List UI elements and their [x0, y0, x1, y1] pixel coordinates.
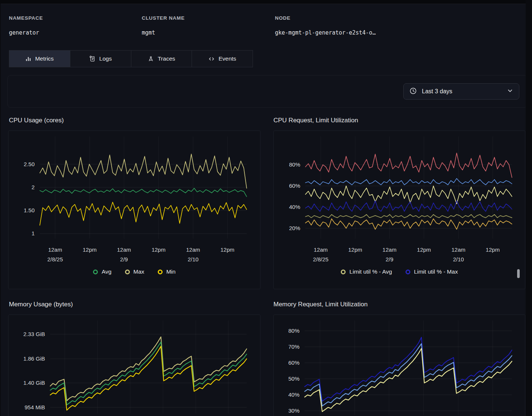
tab-traces[interactable]: Traces	[131, 51, 192, 67]
legend-item[interactable]: Avg	[93, 268, 111, 275]
svg-text:12am: 12am	[117, 246, 131, 253]
traces-icon	[148, 56, 154, 62]
svg-text:1.40 GiB: 1.40 GiB	[23, 380, 45, 386]
svg-text:12am: 12am	[48, 246, 62, 253]
svg-text:2.50: 2.50	[24, 161, 35, 167]
svg-text:12am: 12am	[186, 246, 200, 253]
svg-text:60%: 60%	[288, 359, 299, 366]
svg-text:12pm: 12pm	[486, 246, 500, 253]
legend-item[interactable]: Limit util % - Max	[406, 268, 458, 275]
namespace-value: generator	[9, 29, 39, 36]
legend-ring-icon	[93, 270, 98, 274]
svg-text:1.50: 1.50	[24, 207, 35, 213]
memory-request-title: Memory Request, Limit Utilization	[273, 301, 368, 308]
legend-ring-icon	[158, 270, 163, 274]
svg-text:2/8/25: 2/8/25	[47, 256, 63, 262]
tab-label: Events	[218, 55, 236, 62]
svg-text:50%: 50%	[288, 375, 299, 382]
svg-text:2.33 GiB: 2.33 GiB	[23, 331, 45, 337]
svg-text:12am: 12am	[451, 246, 465, 253]
legend-label: Avg	[102, 268, 111, 275]
right-gutter	[526, 0, 532, 416]
svg-text:2/8/25: 2/8/25	[313, 256, 329, 262]
svg-text:12am: 12am	[382, 246, 397, 253]
chart-canvas[interactable]: 20%40%60%80%12am2/8/2512pm12am2/912pm12a…	[274, 131, 525, 289]
clock-icon	[410, 87, 417, 96]
svg-text:2/10: 2/10	[188, 256, 198, 262]
namespace-label: NAMESPACE	[9, 15, 43, 21]
tab-logs[interactable]: Logs	[70, 51, 131, 67]
top-strip	[0, 0, 532, 4]
legend-label: Min	[166, 268, 176, 275]
legend-ring-icon	[406, 270, 410, 274]
svg-text:12am: 12am	[314, 246, 328, 253]
tab-label: Metrics	[35, 55, 54, 62]
svg-text:70%: 70%	[288, 344, 299, 350]
svg-text:80%: 80%	[289, 161, 300, 168]
tab-metrics[interactable]: Metrics	[9, 51, 70, 67]
svg-text:2/10: 2/10	[453, 256, 464, 262]
node-label: NODE	[275, 15, 291, 21]
cpu-request-panel: 20%40%60%80%12am2/8/2512pm12am2/912pm12a…	[273, 130, 525, 289]
svg-text:1.86 GiB: 1.86 GiB	[23, 355, 45, 362]
tab-events[interactable]: Events	[192, 51, 253, 67]
svg-text:60%: 60%	[289, 183, 300, 189]
legend-label: Max	[134, 268, 144, 275]
chevron-down-icon	[507, 88, 513, 95]
logs-icon	[89, 56, 96, 62]
legend-label: Limit util % - Max	[414, 268, 458, 275]
svg-text:2/9: 2/9	[385, 256, 393, 262]
events-icon	[208, 56, 215, 62]
memory-usage-title: Memory Usage (bytes)	[9, 301, 73, 308]
legend-item[interactable]: Limit util % - Avg	[341, 268, 392, 275]
tab-label: Traces	[158, 55, 175, 62]
svg-text:40%: 40%	[288, 391, 299, 398]
legend-label: Limit util % - Avg	[349, 268, 392, 275]
cpu-usage-legend: AvgMaxMin	[9, 268, 260, 275]
cluster-name-value: mgmt	[142, 29, 155, 36]
svg-text:954 MiB: 954 MiB	[25, 404, 45, 410]
cpu-usage-panel: 11.5022.5012am2/8/2512pm12am2/912pm12am2…	[8, 130, 260, 289]
node-value: gke-mgmt-pl-generator-e2st4-o…	[275, 29, 376, 36]
tab-label: Logs	[99, 55, 112, 62]
svg-text:1: 1	[32, 230, 35, 236]
chart-canvas[interactable]: 11.5022.5012am2/8/2512pm12am2/912pm12am2…	[9, 131, 260, 289]
chart-canvas[interactable]: 954 MiB1.40 GiB1.86 GiB2.33 GiB	[9, 315, 260, 416]
chart-canvas[interactable]: 30%40%50%60%70%80%	[274, 315, 525, 416]
tab-bar: Metrics Logs Traces	[9, 50, 253, 67]
svg-text:20%: 20%	[289, 225, 300, 231]
svg-text:40%: 40%	[289, 204, 300, 210]
svg-text:80%: 80%	[288, 328, 299, 334]
cpu-usage-title: CPU Usage (cores)	[9, 117, 64, 124]
svg-text:12pm: 12pm	[151, 246, 166, 253]
svg-text:12pm: 12pm	[417, 246, 431, 253]
scrollbar-thumb[interactable]	[517, 269, 520, 278]
svg-text:30%: 30%	[288, 407, 299, 414]
svg-text:2/9: 2/9	[120, 256, 128, 262]
cpu-request-title: CPU Request, Limit Utilization	[273, 117, 358, 124]
legend-item[interactable]: Max	[125, 268, 144, 275]
svg-text:12pm: 12pm	[348, 246, 362, 253]
app-container: NAMESPACE generator CLUSTER NAME mgmt NO…	[1, 4, 526, 416]
metrics-icon	[25, 56, 31, 62]
cluster-name-label: CLUSTER NAME	[142, 15, 185, 21]
time-range-button[interactable]: Last 3 days	[403, 83, 519, 100]
legend-ring-icon	[125, 270, 130, 274]
legend-item[interactable]: Min	[158, 268, 176, 275]
memory-usage-panel: 954 MiB1.40 GiB1.86 GiB2.33 GiB	[8, 315, 260, 416]
memory-request-panel: 30%40%50%60%70%80%	[273, 315, 525, 416]
cpu-request-legend: Limit util % - AvgLimit util % - Max	[274, 268, 525, 275]
time-range-value: Last 3 days	[422, 88, 502, 95]
svg-text:12pm: 12pm	[83, 246, 97, 253]
legend-ring-icon	[341, 270, 346, 274]
time-range-panel: Last 3 days	[7, 75, 527, 108]
svg-text:12pm: 12pm	[221, 246, 235, 253]
svg-text:2: 2	[32, 184, 35, 190]
